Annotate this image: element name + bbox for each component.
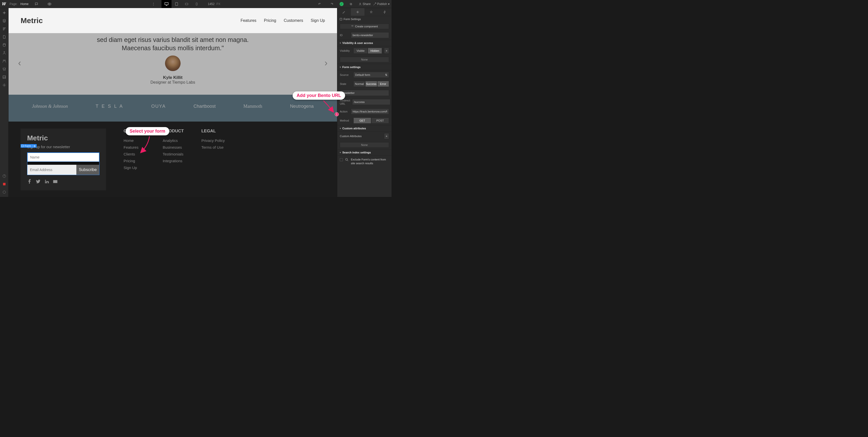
device-desktop-icon[interactable] [161, 0, 172, 8]
device-mobile-icon[interactable] [192, 0, 202, 8]
publish-label: Publish [377, 2, 387, 6]
visibility-add-icon[interactable]: + [384, 48, 389, 54]
page-name[interactable]: Home [20, 2, 28, 6]
search-exclude-checkbox[interactable] [340, 158, 343, 161]
state-error[interactable]: Error [377, 81, 389, 87]
canvas[interactable]: Metric Features Pricing Customers Sign U… [8, 8, 337, 197]
visibility-none[interactable]: None [340, 57, 389, 62]
panel-tabs [337, 8, 392, 16]
state-success[interactable]: Success [365, 81, 377, 87]
webflow-logo-icon[interactable]: W [2, 2, 6, 6]
footer-logo: Metric [27, 134, 99, 142]
footer-link[interactable]: Pricing [124, 157, 145, 164]
footer-link[interactable]: Privacy Policy [202, 137, 225, 144]
assets-icon[interactable] [1, 74, 7, 81]
tab-settings-icon[interactable] [351, 8, 365, 16]
ecommerce-icon[interactable] [1, 66, 7, 72]
tab-style-icon[interactable] [337, 8, 351, 16]
carousel-prev-icon[interactable]: ‹ [18, 58, 21, 68]
site-header: Metric Features Pricing Customers Sign U… [8, 8, 337, 33]
footer-link[interactable]: Testimonials [163, 151, 184, 157]
users-icon[interactable] [1, 50, 7, 56]
nav-item[interactable]: Features [241, 18, 256, 23]
method-get[interactable]: GET [353, 118, 371, 124]
symbols-icon[interactable] [1, 18, 7, 24]
method-post[interactable]: POST [371, 118, 389, 124]
newsletter-form[interactable]: Subscribe [27, 152, 99, 175]
footer-newsletter-card: Metric Sign up for our newsletter Form ⚙… [21, 129, 106, 190]
undo-icon[interactable]: ↶ [314, 0, 324, 8]
brand-logo: T E S L A [96, 104, 124, 109]
facebook-icon[interactable] [27, 179, 32, 185]
status-ok-icon[interactable]: ✓ [340, 2, 344, 6]
canvas-width[interactable]: 1452 PX [208, 2, 220, 6]
twitter-icon[interactable] [36, 179, 41, 185]
footer-link[interactable]: Sign Up [124, 164, 145, 171]
tab-style-manager-icon[interactable] [365, 8, 378, 16]
section-visibility[interactable]: Visibility & user access [337, 40, 392, 46]
source-select[interactable]: Default form⇅ [353, 72, 389, 78]
code-export-icon[interactable]: ⧉ [346, 0, 356, 8]
preview-eye-icon[interactable] [44, 0, 55, 8]
tab-interactions-icon[interactable] [378, 8, 392, 16]
svg-point-17 [357, 11, 358, 12]
navigator-icon[interactable] [1, 26, 7, 32]
name-input[interactable] [27, 153, 99, 162]
create-component-button[interactable]: Create component [340, 24, 389, 29]
id-input[interactable] [351, 32, 389, 38]
visibility-hidden[interactable]: Hidden [368, 48, 382, 54]
email-input[interactable] [27, 165, 76, 175]
state-normal[interactable]: Normal [353, 81, 365, 87]
audit-icon[interactable] [1, 189, 7, 195]
footer-link[interactable]: Businesses [163, 144, 184, 151]
device-tablet-icon[interactable] [172, 0, 182, 8]
add-element-icon[interactable] [1, 9, 7, 16]
email-icon[interactable] [53, 179, 58, 185]
svg-point-0 [49, 3, 50, 4]
device-tablet-landscape-icon[interactable] [182, 0, 192, 8]
section-search-index[interactable]: Search index settings [337, 149, 392, 156]
section-custom-attributes[interactable]: Custom attributes [337, 125, 392, 132]
state-segment: Normal Success Error [353, 81, 389, 87]
cms-icon[interactable] [1, 42, 7, 48]
site-nav: Features Pricing Customers Sign Up [241, 18, 325, 23]
nav-item[interactable]: Sign Up [311, 18, 325, 23]
footer-link[interactable]: Analytics [163, 137, 184, 144]
gear-icon[interactable]: ⚙ [32, 145, 36, 148]
subscribe-button[interactable]: Subscribe [76, 165, 99, 175]
form-element-tag[interactable]: Form ⚙ [21, 144, 37, 148]
redirect-url-input[interactable] [352, 99, 390, 105]
carousel-next-icon[interactable]: › [324, 58, 328, 68]
custom-attr-add-icon[interactable]: + [384, 133, 389, 139]
footer-column-legal: LEGAL Privacy Policy Terms of Use [202, 129, 225, 190]
comments-icon[interactable] [31, 0, 41, 8]
pages-icon[interactable] [1, 34, 7, 40]
settings-panel: Form Settings Create component ID Visibi… [337, 8, 392, 197]
nav-item[interactable]: Customers [284, 18, 303, 23]
more-icon[interactable]: ⋮ [149, 0, 158, 8]
record-icon[interactable] [1, 181, 7, 187]
action-input[interactable] [351, 108, 389, 115]
linkedin-icon[interactable] [44, 179, 49, 185]
form-name-input[interactable] [340, 90, 389, 96]
brand-logo: Johnson & Johnson [32, 104, 68, 109]
redo-icon[interactable]: ↷ [327, 0, 337, 8]
share-button[interactable]: Share [359, 2, 371, 6]
page-label: Page: [9, 2, 17, 6]
help-icon[interactable] [1, 173, 7, 179]
svg-point-18 [346, 158, 348, 160]
team-icon[interactable] [1, 58, 7, 64]
chevron-down-icon: ▾ [388, 2, 390, 6]
site-logo[interactable]: Metric [21, 16, 43, 25]
visibility-visible[interactable]: Visible [353, 48, 368, 54]
footer-link[interactable]: Terms of Use [202, 144, 225, 151]
testimonial-line: sed diam eget risus varius blandit sit a… [21, 36, 325, 44]
element-type-chip[interactable]: Form Settings [337, 16, 392, 22]
newsletter-label: Sign up for our newsletter [27, 145, 99, 149]
footer-column-title: LEGAL [202, 129, 225, 134]
nav-item[interactable]: Pricing [264, 18, 276, 23]
footer-link[interactable]: Integrations [163, 157, 184, 164]
section-form-settings[interactable]: Form settings [337, 64, 392, 70]
publish-button[interactable]: Publish ▾ [373, 2, 390, 6]
settings-icon[interactable] [1, 82, 7, 88]
